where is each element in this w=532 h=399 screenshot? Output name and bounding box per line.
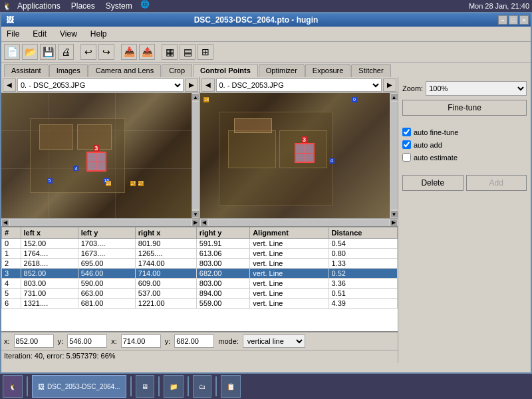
tabs-bar: AssistantImagesCamera and LensCropContro…: [1, 63, 531, 77]
import-button[interactable]: 📥: [121, 44, 137, 60]
cp-label-18: 18: [106, 181, 111, 186]
taskbar-files[interactable]: 📁: [164, 375, 184, 398]
menu-bar: File Edit View Help: [1, 27, 531, 42]
right-panel-prev[interactable]: ◀: [201, 78, 215, 92]
auto-add-label: auto add: [414, 141, 442, 149]
places-menu[interactable]: Places: [68, 0, 98, 12]
right-panel-scrollbar[interactable]: ▲ ▼: [390, 93, 398, 218]
x2-input[interactable]: [121, 334, 161, 348]
open-button[interactable]: 📂: [22, 44, 38, 60]
tab-stitcher[interactable]: Stitcher: [351, 64, 390, 77]
tab-optimizer[interactable]: Optimizer: [259, 64, 305, 77]
left-panel-hscrollbar[interactable]: ◀ ▶: [1, 218, 200, 226]
print-button[interactable]: 🖨: [58, 44, 74, 60]
left-panel-prev[interactable]: ◀: [3, 78, 16, 92]
cp-marker-3-left: 3: [86, 152, 106, 172]
tab-camera-and-lens[interactable]: Camera and Lens: [88, 64, 161, 77]
file-menu[interactable]: File: [4, 28, 22, 40]
tab-control-points[interactable]: Control Points: [193, 64, 258, 77]
taskbar-sep3: [158, 376, 160, 396]
edit-menu[interactable]: Edit: [30, 28, 49, 40]
table-row[interactable]: 0152.001703....801.90591.91vert. Line0.5…: [2, 239, 398, 249]
cp-label-5: 5: [47, 178, 53, 184]
cp-marker-3-right: 3: [295, 143, 315, 163]
col-right-y: right y: [196, 227, 249, 239]
table-row[interactable]: 11764....1673....1265....613.06vert. Lin…: [2, 249, 398, 259]
export-button[interactable]: 📤: [139, 44, 155, 60]
x1-label: x:: [4, 337, 10, 345]
applications-menu[interactable]: Applications: [15, 0, 63, 12]
right-image-view[interactable]: 18 3 0 4: [200, 93, 390, 218]
hugin-taskbar-icon: 🖼: [38, 383, 45, 390]
auto-estimate-checkbox[interactable]: [402, 153, 411, 162]
y2-input[interactable]: [174, 334, 214, 348]
rcp-label-18: 18: [203, 97, 209, 102]
table-row[interactable]: 5731.00663.00537.00894.00vert. Line0.51: [2, 289, 398, 299]
add-button[interactable]: Add: [466, 175, 527, 191]
taskbar-monitor[interactable]: 🖥: [136, 375, 154, 398]
undo-button[interactable]: ↩: [80, 44, 96, 60]
new-button[interactable]: 📄: [4, 44, 20, 60]
x2-label: x:: [111, 337, 117, 345]
right-panel-next[interactable]: ▶: [383, 78, 396, 92]
taskbar-docs[interactable]: 📋: [221, 375, 241, 398]
right-panel-hscrollbar[interactable]: ◀ ▶: [200, 218, 398, 226]
left-image-view[interactable]: 3 4 5 16 18 17 27: [1, 93, 192, 218]
maximize-button[interactable]: □: [509, 15, 518, 25]
view-menu[interactable]: View: [57, 28, 80, 40]
tab-images[interactable]: Images: [49, 64, 88, 77]
help-menu[interactable]: Help: [88, 28, 110, 40]
tab-assistant[interactable]: Assistant: [4, 64, 49, 77]
auto-add-checkbox[interactable]: [402, 140, 411, 149]
datetime: Mon 28 Jan, 21:40: [469, 2, 529, 10]
taskbar: 🐧 🖼 DSC_2053-DSC_2064... 🖥 📁 🗂 📋: [0, 372, 532, 399]
redo-button[interactable]: ↪: [98, 44, 114, 60]
taskbar-sep2: [130, 376, 132, 396]
left-panel-scrollbar[interactable]: ▲ ▼: [192, 93, 200, 218]
left-panel-header: ◀ 0. - DSC_2053.JPG ▶: [1, 77, 200, 93]
status-text: Iteration: 40, error: 5.957379: 66%: [4, 352, 116, 360]
col-left-x: left x: [21, 227, 78, 239]
cp-label-17: 17: [130, 181, 136, 186]
close-button[interactable]: ×: [519, 15, 529, 25]
table-row[interactable]: 61321....681.001221.00559.00vert. Line4.…: [2, 299, 398, 309]
tab-exposure[interactable]: Exposure: [305, 64, 350, 77]
system-menu[interactable]: System: [103, 0, 135, 12]
right-panel-header: ◀ 0. - DSC_2053.JPG ▶: [200, 77, 398, 93]
table-row[interactable]: 3852.00546.00714.00682.00vert. Line0.52: [2, 269, 398, 279]
zoom-label: Zoom:: [402, 84, 423, 92]
view-btn2[interactable]: ▤: [180, 44, 196, 60]
x1-input[interactable]: [14, 334, 54, 348]
mode-label: mode:: [218, 337, 239, 345]
rcp-label-0: 0: [352, 97, 357, 102]
main-window: 🖼 DSC_2053-DSC_2064.pto - hugin − □ × Fi…: [0, 12, 532, 399]
control-points-table[interactable]: #left xleft yright xright yAlignmentDist…: [1, 227, 398, 332]
system-app-icon: 🐧: [3, 2, 12, 11]
right-panel-select[interactable]: 0. - DSC_2053.JPG: [216, 78, 382, 92]
view-btn1[interactable]: ▦: [162, 44, 178, 60]
y1-input[interactable]: [67, 334, 107, 348]
delete-button[interactable]: Delete: [402, 175, 464, 191]
table-row[interactable]: 22618....695.001744.00803.00vert. Line1.…: [2, 259, 398, 269]
taskbar-sep5: [215, 376, 217, 396]
folder2-icon: 🗂: [199, 383, 205, 390]
toolbar: 📄 📂 💾 🖨 ↩ ↪ 📥 📤 ▦ ▤ ⊞: [1, 42, 531, 63]
auto-fine-tune-checkbox[interactable]: [402, 128, 411, 136]
table-row[interactable]: 4803.00590.00609.00803.00vert. Line3.36: [2, 279, 398, 289]
zoom-select[interactable]: 50% 75% 100% 150% 200%: [426, 81, 527, 96]
col-right-x: right x: [135, 227, 196, 239]
save-button[interactable]: 💾: [40, 44, 56, 60]
fine-tune-button[interactable]: Fine-tune: [402, 100, 527, 116]
window-icon: 🖼: [6, 15, 14, 25]
minimize-button[interactable]: −: [498, 15, 507, 25]
tab-crop[interactable]: Crop: [162, 64, 192, 77]
left-panel-next[interactable]: ▶: [185, 78, 198, 92]
mode-select[interactable]: vertical line horizontal line normal aut…: [243, 334, 305, 348]
taskbar-folder2[interactable]: 🗂: [193, 375, 211, 398]
right-panel: Zoom: 50% 75% 100% 150% 200% Fine-tune a…: [398, 77, 531, 363]
docs-icon: 📋: [227, 383, 235, 390]
left-panel-select[interactable]: 0. - DSC_2053.JPG: [17, 78, 184, 92]
taskbar-hugin[interactable]: 🖼 DSC_2053-DSC_2064...: [32, 375, 126, 398]
stitch-button[interactable]: ⊞: [198, 44, 213, 60]
taskbar-btn-start[interactable]: 🐧: [3, 375, 23, 398]
